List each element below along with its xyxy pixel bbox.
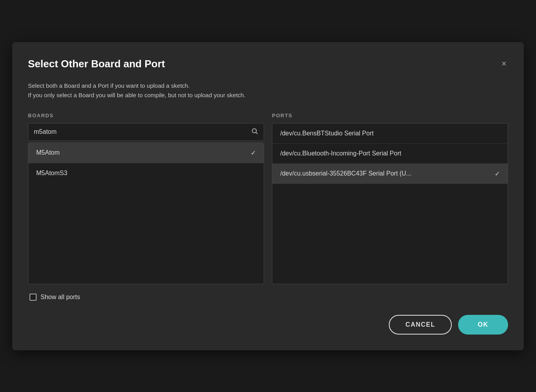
svg-line-1 bbox=[256, 132, 257, 133]
dialog-description: Select both a Board and a Port if you wa… bbox=[28, 81, 508, 100]
boards-list-item[interactable]: M5Atom ✓ bbox=[28, 143, 264, 163]
description-line1: Select both a Board and a Port if you wa… bbox=[28, 81, 508, 91]
ports-panel-label: PORTS bbox=[272, 113, 508, 118]
ok-button[interactable]: OK bbox=[458, 315, 508, 335]
boards-panel: BOARDS M5Atom ✓ M5AtomS3 bbox=[28, 113, 264, 284]
port-name: /dev/cu.Bluetooth-Incoming-Port Serial P… bbox=[280, 150, 401, 157]
port-selected-check: ✓ bbox=[495, 170, 500, 178]
ports-panel: PORTS /dev/cu.BensBTStudio Serial Port /… bbox=[272, 113, 508, 284]
port-name: /dev/cu.BensBTStudio Serial Port bbox=[280, 130, 373, 137]
board-selected-check: ✓ bbox=[251, 149, 256, 157]
board-name: M5AtomS3 bbox=[36, 170, 67, 177]
boards-search-box bbox=[28, 123, 264, 141]
dialog-header: Select Other Board and Port × bbox=[28, 58, 508, 70]
boards-search-input[interactable] bbox=[34, 128, 248, 135]
show-all-ports-label[interactable]: Show all ports bbox=[41, 294, 80, 301]
ports-list-item[interactable]: /dev/cu.usbserial-35526BC43F Serial Port… bbox=[272, 164, 508, 184]
dialog-footer: CANCEL OK bbox=[28, 312, 508, 335]
boards-list: M5Atom ✓ M5AtomS3 bbox=[28, 142, 264, 284]
dialog-title: Select Other Board and Port bbox=[28, 58, 165, 70]
search-icon bbox=[251, 128, 258, 137]
show-all-ports-checkbox[interactable] bbox=[30, 294, 37, 301]
dialog: Select Other Board and Port × Select bot… bbox=[12, 42, 524, 350]
port-name: /dev/cu.usbserial-35526BC43F Serial Port… bbox=[280, 170, 411, 177]
show-all-ports-container: Show all ports bbox=[28, 294, 508, 301]
boards-list-item[interactable]: M5AtomS3 bbox=[28, 163, 264, 183]
panels-container: BOARDS M5Atom ✓ M5AtomS3 bbox=[28, 113, 508, 284]
ports-list-item[interactable]: /dev/cu.BensBTStudio Serial Port bbox=[272, 124, 508, 144]
ports-list: /dev/cu.BensBTStudio Serial Port /dev/cu… bbox=[272, 123, 508, 284]
boards-panel-label: BOARDS bbox=[28, 113, 264, 118]
cancel-button[interactable]: CANCEL bbox=[389, 315, 452, 335]
description-line2: If you only select a Board you will be a… bbox=[28, 91, 508, 100]
ports-list-item[interactable]: /dev/cu.Bluetooth-Incoming-Port Serial P… bbox=[272, 144, 508, 164]
board-name: M5Atom bbox=[36, 149, 60, 156]
close-button[interactable]: × bbox=[500, 58, 508, 70]
